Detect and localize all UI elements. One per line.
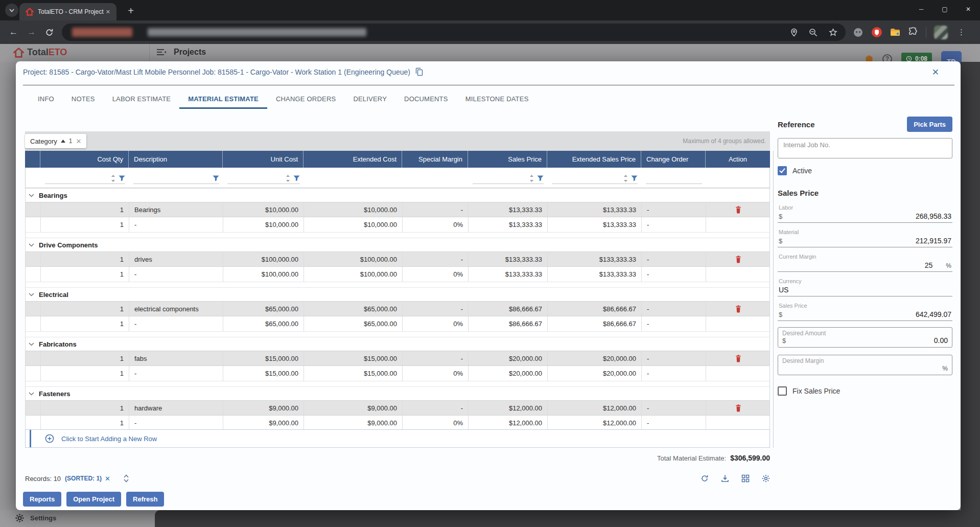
delete-row-icon[interactable] [735, 404, 742, 412]
cell-description[interactable]: fabs [129, 351, 223, 365]
cell-action[interactable] [706, 401, 771, 415]
cell-action[interactable] [706, 202, 771, 217]
filter-cell-change-order[interactable] [642, 168, 706, 188]
extensions-puzzle-icon[interactable] [908, 27, 918, 37]
filter-input-extended-sales-price[interactable] [552, 173, 638, 184]
cell-extended-sales-price[interactable]: $133,333.33 [548, 252, 642, 266]
collapse-chevron-icon[interactable] [29, 293, 34, 296]
filter-funnel-icon[interactable] [293, 175, 300, 181]
browser-menu-icon[interactable]: ⋮ [958, 28, 965, 37]
address-bar[interactable] [62, 24, 846, 41]
collapse-chevron-icon[interactable] [29, 194, 34, 197]
cell-cost-qty[interactable]: 1 [41, 217, 129, 232]
column-header-extended-sales-price[interactable]: Extended Sales Price [547, 151, 641, 168]
cell-change-order[interactable]: - [642, 416, 706, 430]
tab-change-orders[interactable]: CHANGE ORDERS [267, 89, 344, 109]
cell-extended-sales-price[interactable]: $13,333.33 [548, 217, 642, 232]
add-new-row-button[interactable]: Click to Start Adding a New Row [25, 429, 770, 448]
cell-sales-price[interactable]: $20,000.00 [469, 366, 548, 381]
cell-unit-cost[interactable]: $100,000.00 [223, 252, 304, 266]
cell-special-margin[interactable]: 0% [403, 217, 469, 232]
adblock-hand-icon[interactable] [871, 27, 882, 38]
cell-description[interactable]: Bearings [129, 202, 223, 217]
cell-cost-qty[interactable]: 1 [41, 401, 129, 415]
filter-funnel-icon[interactable] [213, 175, 219, 181]
tab-milestone-dates[interactable]: MILESTONE DATES [457, 89, 538, 109]
files-extension-icon[interactable] [890, 28, 900, 37]
collapse-chevron-icon[interactable] [29, 342, 34, 346]
cell-cost-qty[interactable]: 1 [41, 202, 129, 217]
cell-description[interactable]: - [129, 366, 223, 381]
column-header-action[interactable]: Action [706, 151, 770, 168]
column-header-special-margin[interactable]: Special Margin [402, 151, 468, 168]
cell-sales-price[interactable]: $133,333.33 [469, 267, 548, 282]
filter-input-unit-cost[interactable] [227, 173, 300, 184]
cell-action[interactable] [706, 316, 771, 331]
cell-cost-qty[interactable]: 1 [41, 252, 129, 266]
group-row-drive-components[interactable]: Drive Components [26, 238, 769, 251]
spinner-icon[interactable] [529, 174, 534, 182]
cell-unit-cost[interactable]: $65,000.00 [223, 302, 304, 316]
cell-sales-price[interactable]: $12,000.00 [469, 401, 548, 415]
cell-action[interactable] [706, 217, 771, 232]
cell-special-margin[interactable]: - [403, 351, 469, 365]
cell-cost-qty[interactable]: 1 [41, 351, 129, 365]
cell-unit-cost[interactable]: $9,000.00 [223, 401, 304, 415]
close-icon[interactable]: ✕ [932, 67, 939, 78]
active-checkbox[interactable] [778, 166, 787, 175]
location-pin-icon[interactable] [790, 28, 798, 37]
tab-close-icon[interactable]: ✕ [104, 8, 112, 16]
cell-extended-sales-price[interactable]: $20,000.00 [548, 351, 642, 365]
cell-change-order[interactable]: - [642, 401, 706, 415]
field-sales-price[interactable]: Sales Price$642,499.07 [778, 303, 952, 321]
filter-input-change-order[interactable] [646, 173, 702, 184]
back-button[interactable]: ← [9, 27, 18, 37]
cell-extended-cost[interactable]: $10,000.00 [304, 217, 403, 232]
cell-unit-cost[interactable]: $100,000.00 [223, 267, 304, 282]
filter-cell-description[interactable] [129, 168, 223, 188]
cell-unit-cost[interactable]: $15,000.00 [223, 351, 304, 365]
cell-extended-cost[interactable]: $65,000.00 [304, 316, 403, 331]
browser-profile-avatar[interactable] [934, 26, 948, 39]
cell-extended-cost[interactable]: $9,000.00 [304, 416, 403, 430]
column-header-extended-cost[interactable]: Extended Cost [304, 151, 402, 168]
cell-cost-qty[interactable]: 1 [41, 302, 129, 316]
cell-description[interactable]: hardware [129, 401, 223, 415]
cell-extended-sales-price[interactable]: $13,333.33 [548, 202, 642, 217]
spinner-icon[interactable] [623, 174, 628, 182]
zoom-out-icon[interactable] [809, 28, 818, 37]
field-desired-margin[interactable]: Desired Margin% [778, 355, 952, 375]
cell-extended-cost[interactable]: $9,000.00 [304, 401, 403, 415]
cell-sales-price[interactable]: $13,333.33 [469, 217, 548, 232]
cell-special-margin[interactable]: - [403, 202, 469, 217]
forward-button[interactable]: → [27, 27, 36, 37]
cell-action[interactable] [706, 351, 771, 365]
field-desired-amount[interactable]: Desired Amount$0.00 [778, 327, 952, 348]
browser-tab[interactable]: TotalETO - CRM Projects ✕ [19, 3, 116, 20]
cell-action[interactable] [706, 366, 771, 381]
reload-button[interactable] [45, 28, 54, 37]
cell-description[interactable]: - [129, 217, 223, 232]
cell-cost-qty[interactable]: 1 [41, 416, 129, 430]
cell-action[interactable] [706, 267, 771, 282]
cell-sales-price[interactable]: $12,000.00 [469, 416, 548, 430]
cell-extended-sales-price[interactable]: $12,000.00 [548, 401, 642, 415]
cell-sales-price[interactable]: $133,333.33 [469, 252, 548, 266]
copy-icon[interactable] [415, 67, 423, 76]
cell-action[interactable] [706, 252, 771, 266]
cell-sales-price[interactable]: $86,666.67 [469, 302, 548, 316]
cell-extended-cost[interactable]: $100,000.00 [304, 252, 403, 266]
tab-delivery[interactable]: DELIVERY [344, 89, 395, 109]
cell-action[interactable] [706, 416, 771, 430]
cell-special-margin[interactable]: - [403, 401, 469, 415]
columns-grid-icon[interactable] [741, 474, 750, 483]
group-chip-remove-icon[interactable]: ✕ [76, 138, 81, 145]
bookmark-star-icon[interactable] [829, 28, 837, 37]
filter-input-cost-qty[interactable] [45, 173, 125, 184]
cell-cost-qty[interactable]: 1 [41, 267, 129, 282]
cell-sales-price[interactable]: $86,666.67 [469, 316, 548, 331]
filter-cell-cost-qty[interactable] [41, 168, 129, 188]
cell-extended-sales-price[interactable]: $20,000.00 [548, 366, 642, 381]
column-header-description[interactable]: Description [129, 151, 223, 168]
delete-row-icon[interactable] [735, 354, 742, 362]
